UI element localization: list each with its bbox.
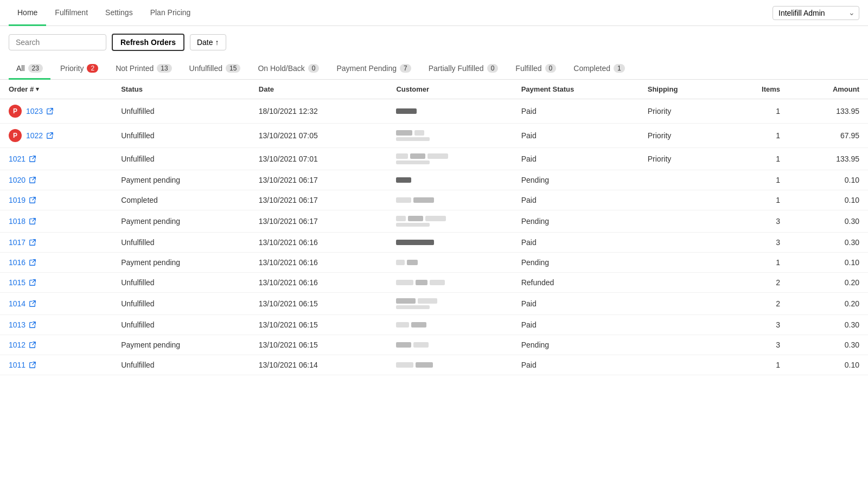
table-row: 1013 Unfulfilled 13/10/2021 06:15 Paid 3… — [0, 315, 868, 335]
date-cell: 13/10/2021 06:17 — [250, 210, 388, 233]
order-link[interactable]: 1011 — [9, 361, 25, 369]
order-number-cell: 1011 — [0, 355, 112, 375]
date-cell: 18/10/2021 12:32 — [250, 99, 388, 124]
order-link[interactable]: 1014 — [9, 299, 25, 308]
toolbar: Refresh Orders Date ↑ — [0, 26, 868, 59]
payment-status-cell: Paid — [513, 148, 639, 170]
external-link-icon[interactable] — [29, 300, 36, 307]
table-row: 1018 Payment pending 13/10/2021 06:17 Pe… — [0, 210, 868, 233]
status-cell: Unfulfilled — [112, 99, 250, 124]
orders-table: Order # ▾ Status Date Customer Payment S… — [0, 80, 868, 375]
external-link-icon[interactable] — [29, 176, 36, 184]
payment-status-cell: Pending — [513, 210, 639, 233]
items-cell: 3 — [724, 335, 789, 355]
status-cell: Payment pending — [112, 253, 250, 273]
date-cell: 13/10/2021 06:16 — [250, 233, 388, 253]
external-link-icon[interactable] — [29, 361, 36, 369]
filter-tab-completed[interactable]: Completed 1 — [566, 59, 632, 80]
order-number-cell: 1017 — [0, 233, 112, 253]
external-link-icon[interactable] — [29, 279, 36, 286]
nav-tab-fulfilment[interactable]: Fulfilment — [46, 1, 97, 26]
amount-cell: 0.10 — [789, 355, 868, 375]
payment-status-cell: Paid — [513, 190, 639, 210]
payment-status-cell: Pending — [513, 253, 639, 273]
date-cell: 13/10/2021 06:14 — [250, 355, 388, 375]
external-link-icon[interactable] — [46, 132, 54, 139]
shipping-cell: Priority — [639, 148, 725, 170]
payment-status-cell: Pending — [513, 335, 639, 355]
shipping-cell — [639, 170, 725, 190]
filter-tab-fulfilled[interactable]: Fulfilled 0 — [508, 59, 564, 80]
items-cell: 1 — [724, 124, 789, 148]
col-header-customer: Customer — [387, 80, 512, 99]
col-header-items: Items — [724, 80, 789, 99]
filter-tab-priority[interactable]: Priority 2 — [53, 59, 106, 80]
external-link-icon[interactable] — [29, 155, 36, 163]
items-cell: 3 — [724, 210, 789, 233]
nav-tab-settings[interactable]: Settings — [97, 1, 142, 26]
filter-tab-partially-fulfilled[interactable]: Partially Fulfilled 0 — [421, 59, 506, 80]
table-row: 1017 Unfulfilled 13/10/2021 06:16 Paid 3… — [0, 233, 868, 253]
order-link[interactable]: 1012 — [9, 341, 25, 349]
order-link[interactable]: 1023 — [26, 107, 43, 115]
external-link-icon[interactable] — [29, 239, 36, 246]
filter-tab-all[interactable]: All 23 — [9, 59, 50, 80]
order-link[interactable]: 1021 — [9, 155, 25, 163]
payment-status-cell: Paid — [513, 124, 639, 148]
admin-select[interactable]: Intelifill Admin — [773, 6, 859, 20]
external-link-icon[interactable] — [29, 321, 36, 329]
amount-cell: 67.95 — [789, 124, 868, 148]
table-row: P 1023 Unfulfilled 18/10/2021 12:32 Paid… — [0, 99, 868, 124]
search-input[interactable] — [9, 34, 106, 50]
col-header-payment: Payment Status — [513, 80, 639, 99]
external-link-icon[interactable] — [46, 107, 54, 115]
filter-tab-unfulfilled[interactable]: Unfulfilled 15 — [182, 59, 248, 80]
table-row: 1020 Payment pending 13/10/2021 06:17 Pe… — [0, 170, 868, 190]
filter-tab-not-printed[interactable]: Not Printed 13 — [108, 59, 179, 80]
payment-status-cell: Pending — [513, 170, 639, 190]
order-link[interactable]: 1020 — [9, 176, 25, 184]
payment-status-cell: Paid — [513, 233, 639, 253]
date-cell: 13/10/2021 06:17 — [250, 190, 388, 210]
shipping-cell — [639, 233, 725, 253]
shipping-cell: Priority — [639, 99, 725, 124]
external-link-icon[interactable] — [29, 217, 36, 225]
order-link[interactable]: 1016 — [9, 258, 25, 267]
refresh-orders-button[interactable]: Refresh Orders — [112, 34, 184, 51]
table-header-row: Order # ▾ Status Date Customer Payment S… — [0, 80, 868, 99]
nav-tab-plan-pricing[interactable]: Plan Pricing — [142, 1, 200, 26]
external-link-icon[interactable] — [29, 259, 36, 266]
col-header-shipping: Shipping — [639, 80, 725, 99]
items-cell: 1 — [724, 148, 789, 170]
order-link[interactable]: 1022 — [26, 131, 43, 140]
date-cell: 13/10/2021 06:16 — [250, 253, 388, 273]
order-link[interactable]: 1015 — [9, 278, 25, 287]
order-link[interactable]: 1017 — [9, 238, 25, 247]
nav-tab-home[interactable]: Home — [9, 1, 46, 26]
col-header-order[interactable]: Order # ▾ — [0, 80, 112, 99]
order-link[interactable]: 1018 — [9, 217, 25, 226]
col-header-amount: Amount — [789, 80, 868, 99]
order-number-cell: 1012 — [0, 335, 112, 355]
order-link[interactable]: 1019 — [9, 196, 25, 204]
filter-tab-payment-pending[interactable]: Payment Pending 7 — [329, 59, 418, 80]
amount-cell: 0.10 — [789, 190, 868, 210]
order-link[interactable]: 1013 — [9, 320, 25, 329]
amount-cell: 133.95 — [789, 99, 868, 124]
table-row: 1011 Unfulfilled 13/10/2021 06:14 Paid 1… — [0, 355, 868, 375]
external-link-icon[interactable] — [29, 341, 36, 349]
customer-cell — [387, 293, 512, 315]
status-cell: Unfulfilled — [112, 315, 250, 335]
customer-cell — [387, 335, 512, 355]
filter-tab-on-hold[interactable]: On Hold/Back 0 — [250, 59, 327, 80]
items-cell: 1 — [724, 355, 789, 375]
external-link-icon[interactable] — [29, 196, 36, 204]
date-filter-button[interactable]: Date ↑ — [190, 34, 226, 50]
shipping-cell — [639, 315, 725, 335]
shipping-cell — [639, 355, 725, 375]
shipping-cell — [639, 335, 725, 355]
table-row: 1015 Unfulfilled 13/10/2021 06:16 Refund… — [0, 273, 868, 293]
nav-tabs: Home Fulfilment Settings Plan Pricing — [9, 0, 773, 25]
payment-status-cell: Refunded — [513, 273, 639, 293]
status-cell: Payment pending — [112, 170, 250, 190]
